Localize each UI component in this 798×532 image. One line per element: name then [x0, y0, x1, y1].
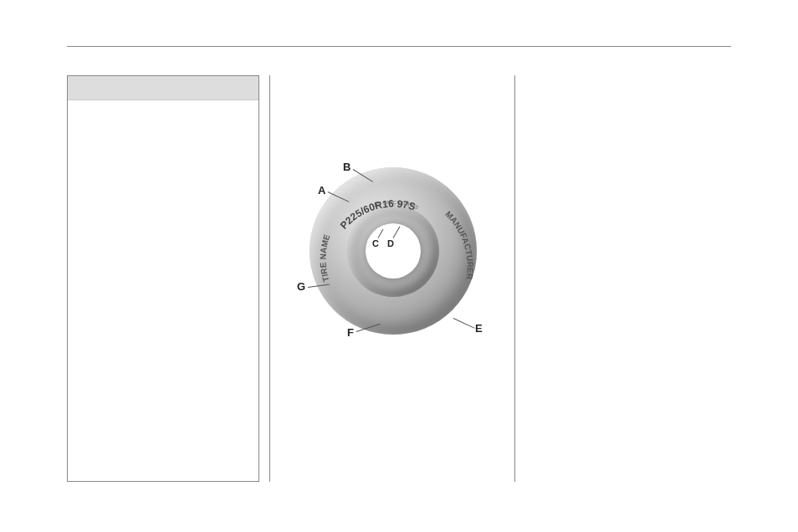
callout-D: D [387, 238, 394, 248]
info-box [67, 75, 259, 482]
column-2: P225/60R16 97S PC SPEC 1108 MS TIRE NAME… [280, 75, 506, 482]
top-rule [67, 46, 731, 47]
column-3 [523, 75, 724, 482]
callout-B: B [343, 161, 350, 173]
column-divider-1 [269, 75, 270, 482]
info-box-body [68, 100, 258, 481]
tire-center-hole [366, 223, 421, 279]
callout-G: G [297, 280, 305, 293]
tire-sidewall-diagram: P225/60R16 97S PC SPEC 1108 MS TIRE NAME… [301, 159, 485, 343]
column-divider-2 [514, 75, 515, 482]
leader-E [453, 318, 475, 329]
info-box-header [68, 76, 258, 100]
column-1 [67, 75, 259, 482]
callout-F: F [347, 326, 354, 339]
callout-A: A [318, 184, 325, 197]
callout-E: E [475, 322, 483, 335]
callout-C: C [372, 238, 379, 248]
